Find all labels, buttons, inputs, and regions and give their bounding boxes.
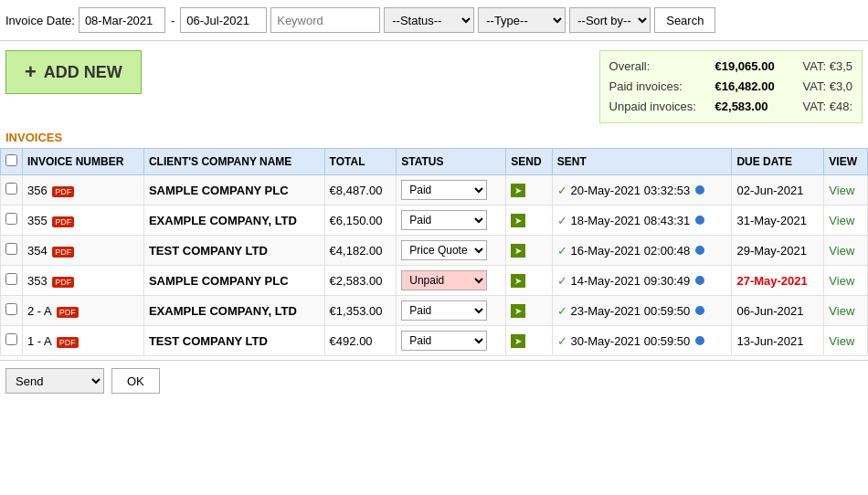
pdf-icon[interactable]: PDF bbox=[52, 216, 74, 227]
info-dot-icon[interactable] bbox=[695, 216, 704, 225]
view-link[interactable]: View bbox=[829, 304, 854, 318]
pdf-icon[interactable]: PDF bbox=[52, 186, 74, 197]
row-sent-cell: ✓ 16-May-2021 02:00:48 bbox=[552, 236, 732, 266]
paid-vat: VAT: €3,0 bbox=[803, 77, 852, 97]
row-status-cell: Paid Unpaid Price Quote bbox=[397, 266, 506, 296]
row-send-cell: ➤ bbox=[506, 175, 553, 205]
row-checkbox[interactable] bbox=[5, 213, 17, 225]
row-due-date: 29-May-2021 bbox=[732, 236, 824, 266]
row-send-cell: ➤ bbox=[506, 236, 553, 266]
select-all-checkbox[interactable] bbox=[5, 154, 17, 166]
ok-button[interactable]: OK bbox=[111, 368, 160, 394]
header-invoice-number: INVOICE NUMBER bbox=[23, 149, 144, 175]
info-dot-icon[interactable] bbox=[695, 306, 704, 315]
row-checkbox[interactable] bbox=[5, 183, 17, 195]
pdf-icon[interactable]: PDF bbox=[52, 277, 74, 288]
table-row: 1 - A PDF TEST COMPANY LTD €492.00 Paid … bbox=[1, 326, 868, 356]
row-checkbox[interactable] bbox=[5, 333, 17, 345]
invoices-table: INVOICE NUMBER CLIENT'S COMPANY NAME TOT… bbox=[0, 148, 868, 356]
date-from-input[interactable] bbox=[79, 7, 165, 33]
sent-date-text: 16-May-2021 02:00:48 bbox=[570, 244, 690, 258]
row-send-cell: ➤ bbox=[506, 205, 553, 236]
view-link[interactable]: View bbox=[829, 214, 854, 227]
row-status-cell: Paid Unpaid Price Quote bbox=[397, 236, 506, 266]
row-status-cell: Paid Unpaid Price Quote bbox=[397, 296, 506, 326]
row-view-cell: View bbox=[824, 205, 868, 236]
keyword-input[interactable] bbox=[270, 7, 380, 33]
header-status: STATUS bbox=[397, 149, 506, 175]
row-company-name: EXAMPLE COMPANY, LTD bbox=[143, 205, 324, 236]
row-total: €4,182.00 bbox=[324, 236, 397, 266]
send-icon[interactable]: ➤ bbox=[511, 304, 525, 318]
row-invoice-number: 354 PDF bbox=[23, 236, 144, 266]
header-company-name: CLIENT'S COMPANY NAME bbox=[143, 149, 324, 175]
unpaid-value: €2,583.00 bbox=[715, 97, 798, 117]
overall-vat: VAT: €3,5 bbox=[803, 57, 852, 77]
row-total: €1,353.00 bbox=[324, 296, 397, 326]
sent-date-text: 30-May-2021 00:59:50 bbox=[570, 334, 690, 348]
search-button[interactable]: Search bbox=[654, 7, 715, 33]
sort-select[interactable]: --Sort by-- Date Amount Company bbox=[569, 7, 651, 33]
row-checkbox[interactable] bbox=[5, 303, 17, 315]
bottom-bar: Send Delete Mark Paid Mark Unpaid OK bbox=[0, 360, 868, 401]
company-name-text: SAMPLE COMPANY PLC bbox=[149, 184, 289, 197]
view-link[interactable]: View bbox=[829, 334, 854, 348]
row-status-select[interactable]: Paid Unpaid Price Quote bbox=[401, 270, 487, 290]
send-icon[interactable]: ➤ bbox=[511, 334, 525, 348]
send-icon[interactable]: ➤ bbox=[511, 214, 525, 227]
sent-check-icon: ✓ bbox=[557, 334, 567, 348]
pdf-icon[interactable]: PDF bbox=[57, 337, 79, 348]
row-view-cell: View bbox=[824, 236, 868, 266]
row-company-name: SAMPLE COMPANY PLC bbox=[143, 175, 324, 205]
sent-check-icon: ✓ bbox=[557, 304, 567, 318]
header-send: SEND bbox=[506, 149, 553, 175]
invoice-id: 354 bbox=[27, 244, 48, 258]
pdf-icon[interactable]: PDF bbox=[52, 247, 74, 258]
header-view: VIEW bbox=[824, 149, 868, 175]
row-status-select[interactable]: Paid Unpaid Price Quote bbox=[401, 300, 487, 321]
row-status-select[interactable]: Paid Unpaid Price Quote bbox=[401, 210, 487, 230]
row-status-select[interactable]: Paid Unpaid Price Quote bbox=[401, 331, 487, 351]
overall-value: €19,065.00 bbox=[715, 57, 798, 77]
row-checkbox[interactable] bbox=[5, 243, 17, 255]
row-sent-cell: ✓ 18-May-2021 08:43:31 bbox=[552, 205, 732, 236]
paid-label: Paid invoices: bbox=[609, 77, 710, 97]
row-total: €6,150.00 bbox=[324, 205, 397, 236]
add-new-label: ADD NEW bbox=[44, 63, 122, 82]
sent-check-icon: ✓ bbox=[557, 184, 567, 197]
info-dot-icon[interactable] bbox=[695, 185, 704, 195]
row-status-select[interactable]: Paid Unpaid Price Quote bbox=[401, 180, 487, 200]
status-select[interactable]: --Status-- Paid Unpaid Price Quote bbox=[384, 7, 474, 33]
action-row: + ADD NEW Overall: €19,065.00 VAT: €3,5 … bbox=[0, 41, 868, 129]
sent-date-text: 20-May-2021 03:32:53 bbox=[570, 184, 690, 197]
info-dot-icon[interactable] bbox=[695, 246, 704, 255]
bulk-action-select[interactable]: Send Delete Mark Paid Mark Unpaid bbox=[5, 368, 104, 394]
table-row: 2 - A PDF EXAMPLE COMPANY, LTD €1,353.00… bbox=[1, 296, 868, 326]
row-sent-cell: ✓ 20-May-2021 03:32:53 bbox=[552, 175, 732, 205]
row-status-select[interactable]: Paid Unpaid Price Quote bbox=[401, 240, 487, 260]
send-icon[interactable]: ➤ bbox=[511, 244, 525, 258]
header-sent: SENT bbox=[552, 149, 732, 175]
row-company-name: TEST COMPANY LTD bbox=[143, 236, 324, 266]
table-row: 354 PDF TEST COMPANY LTD €4,182.00 Paid … bbox=[1, 236, 868, 266]
pdf-icon[interactable]: PDF bbox=[57, 307, 79, 318]
row-sent-cell: ✓ 23-May-2021 00:59:50 bbox=[552, 296, 732, 326]
send-icon[interactable]: ➤ bbox=[511, 274, 525, 288]
row-checkbox[interactable] bbox=[5, 273, 17, 285]
date-to-input[interactable] bbox=[180, 7, 267, 33]
view-link[interactable]: View bbox=[829, 244, 854, 258]
type-select[interactable]: --Type-- Invoice Credit Note bbox=[478, 7, 566, 33]
send-icon[interactable]: ➤ bbox=[511, 184, 525, 197]
view-link[interactable]: View bbox=[829, 184, 854, 197]
paid-row: Paid invoices: €16,482.00 VAT: €3,0 bbox=[609, 77, 852, 97]
row-send-cell: ➤ bbox=[506, 296, 553, 326]
table-header-row: INVOICE NUMBER CLIENT'S COMPANY NAME TOT… bbox=[1, 149, 868, 175]
row-checkbox-cell bbox=[1, 266, 23, 296]
row-total: €492.00 bbox=[324, 326, 397, 356]
info-dot-icon[interactable] bbox=[695, 276, 704, 285]
invoice-id: 356 bbox=[27, 184, 48, 197]
add-new-button[interactable]: + ADD NEW bbox=[5, 50, 142, 94]
row-total: €2,583.00 bbox=[324, 266, 397, 296]
info-dot-icon[interactable] bbox=[695, 336, 704, 345]
view-link[interactable]: View bbox=[829, 274, 854, 288]
